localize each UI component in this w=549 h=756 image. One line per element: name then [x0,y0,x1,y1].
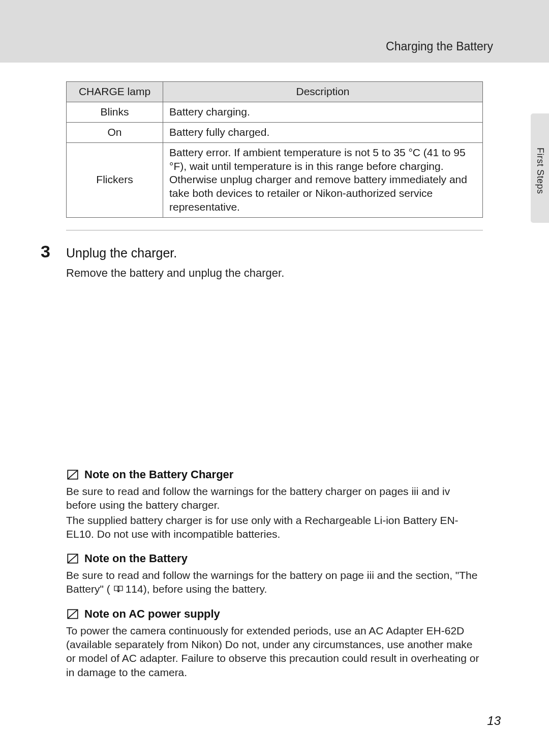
cell-lamp: On [67,122,163,142]
manual-page: Charging the Battery First Steps CHARGE … [0,0,549,756]
table-row: On Battery fully charged. [67,122,483,142]
svg-line-1 [68,470,78,479]
table-header-lamp: CHARGE lamp [67,82,163,102]
cell-desc: Battery error. If ambient temperature is… [163,142,483,217]
cell-desc: Battery charging. [163,102,483,122]
cell-lamp: Blinks [67,102,163,122]
table-row: Blinks Battery charging. [67,102,483,122]
note-text: Be sure to read and follow the warnings … [66,568,483,596]
note-text: To power the camera continuously for ext… [66,624,483,679]
note-ac-power: Note on AC power supply To power the cam… [66,607,483,679]
caution-icon [66,468,79,481]
page-number: 13 [487,714,501,728]
note-text: Be sure to read and follow the warnings … [66,484,483,541]
charge-lamp-table: CHARGE lamp Description Blinks Battery c… [66,81,483,218]
step-item: 3 Unplug the charger. [66,243,483,260]
note-battery: Note on the Battery Be sure to read and … [66,552,483,596]
table-header-description: Description [163,82,483,102]
caution-icon [66,607,79,621]
caution-icon [66,552,79,565]
step-title: Unplug the charger. [66,246,177,260]
note-text-segment: ), before using the battery. [143,583,267,595]
note-title: Note on the Battery Charger [84,468,233,481]
step-body: Remove the battery and unplug the charge… [66,267,483,280]
section-divider [66,230,483,230]
page-ref-number: 114 [126,583,143,595]
cell-lamp: Flickers [67,142,163,217]
table-row: Flickers Battery error. If ambient tempe… [67,142,483,217]
svg-line-3 [68,555,78,563]
note-battery-charger: Note on the Battery Charger Be sure to r… [66,468,483,541]
note-title: Note on the Battery [84,552,188,565]
note-title: Note on AC power supply [84,607,220,621]
cell-desc: Battery fully charged. [163,122,483,142]
chapter-tab-label: First Steps [535,148,545,194]
page-ref-icon [113,583,124,592]
step-number: 3 [41,243,58,260]
svg-line-5 [68,609,78,618]
